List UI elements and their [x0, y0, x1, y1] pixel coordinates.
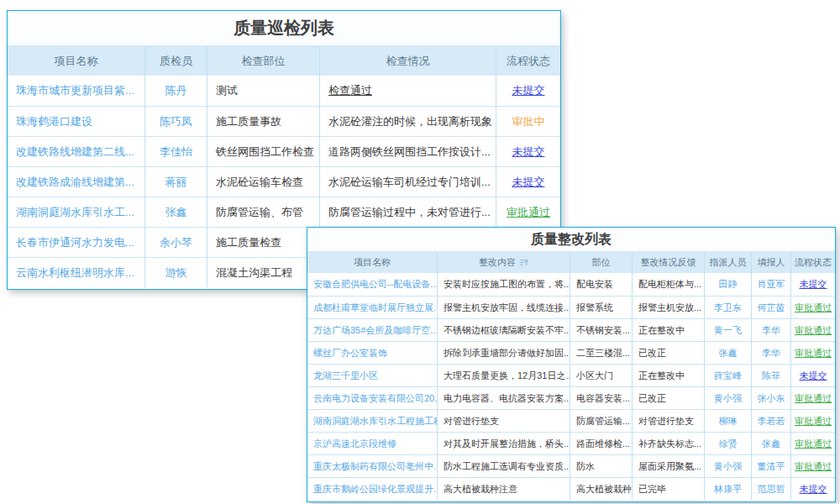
status-badge[interactable]: 审批通过: [507, 205, 550, 220]
cell-inspector[interactable]: 蒋丽: [145, 167, 207, 197]
cell-assignee[interactable]: 黄一飞: [705, 319, 752, 341]
cell-project[interactable]: 长春市伊通河水力发电...: [8, 228, 145, 257]
cell-assignee[interactable]: 黄小强: [705, 455, 752, 477]
status-badge[interactable]: 未提交: [800, 483, 827, 496]
cell-status[interactable]: 审批通过: [496, 197, 560, 227]
cell-assignee[interactable]: 林康平: [705, 478, 752, 500]
reporter-link[interactable]: 张鑫: [762, 438, 780, 450]
cell-assignee[interactable]: 田静: [705, 273, 752, 296]
cell-reporter[interactable]: 张小东: [752, 387, 791, 409]
project-link[interactable]: 云南电力设备安装有限公司20...: [313, 392, 438, 405]
cell-project[interactable]: 螺丝厂办公室装饰: [307, 342, 438, 364]
cell-reporter[interactable]: 陈菲: [752, 365, 791, 386]
cell-project[interactable]: 改建铁路成渝线增建第...: [8, 167, 145, 197]
status-badge[interactable]: 未提交: [800, 278, 827, 291]
project-link[interactable]: 改建铁路成渝线增建第...: [16, 175, 134, 190]
cell-project[interactable]: 重庆太极制药有限公司亳州中...: [307, 455, 438, 477]
cell-project[interactable]: 成都杜甫草堂临时展厅独立展...: [307, 297, 438, 318]
status-badge[interactable]: 审批通过: [795, 302, 832, 314]
assignee-link[interactable]: 黄小强: [714, 392, 742, 405]
status-badge[interactable]: 审批通过: [795, 392, 832, 405]
reporter-link[interactable]: 李若若: [758, 415, 785, 428]
project-link[interactable]: 万达广场35#会所及咖啡厅空...: [313, 324, 438, 337]
cell-inspector[interactable]: 陈丹: [145, 76, 207, 106]
reporter-link[interactable]: 范思哲: [758, 483, 785, 496]
cell-reporter[interactable]: 董清平: [752, 455, 791, 477]
inspector-link[interactable]: 陈丹: [165, 83, 187, 98]
cell-reporter[interactable]: 范思哲: [752, 478, 791, 500]
cell-status[interactable]: 未提交: [791, 365, 835, 386]
reporter-link[interactable]: 陈菲: [762, 370, 780, 382]
assignee-link[interactable]: 林康平: [714, 483, 742, 496]
assignee-link[interactable]: 薛宝峰: [714, 370, 742, 382]
assignee-link[interactable]: 柳琳: [719, 415, 738, 428]
project-link[interactable]: 成都杜甫草堂临时展厅独立展...: [313, 302, 438, 314]
cell-reporter[interactable]: 李若若: [752, 410, 791, 432]
cell-reporter[interactable]: 何芷茵: [752, 297, 791, 318]
project-link[interactable]: 重庆市鹅岭公园绿化景观提升...: [313, 483, 438, 496]
reporter-link[interactable]: 何芷茵: [758, 302, 785, 314]
reporter-link[interactable]: 李华: [762, 347, 780, 360]
cell-status[interactable]: 审批通过: [791, 455, 835, 477]
cell-inspector[interactable]: 陈巧凤: [145, 107, 207, 136]
assignee-link[interactable]: 徐贤: [719, 438, 738, 450]
inspector-link[interactable]: 李佳怡: [160, 144, 192, 160]
status-badge[interactable]: 审批通过: [795, 438, 832, 450]
cell-project[interactable]: 安徽合肥供电公司--配电设备...: [307, 273, 438, 296]
cell-assignee[interactable]: 徐贤: [705, 433, 752, 454]
cell-assignee[interactable]: 柳琳: [705, 410, 752, 432]
project-link[interactable]: 改建铁路线增建第二线...: [16, 144, 134, 160]
status-badge[interactable]: 未提交: [800, 370, 827, 382]
cell-inspector[interactable]: 张鑫: [145, 197, 207, 227]
inspector-link[interactable]: 张鑫: [165, 205, 187, 220]
cell-reporter[interactable]: 张鑫: [752, 433, 791, 454]
cell-reporter[interactable]: 李华: [752, 319, 791, 341]
project-link[interactable]: 珠海鹤港口建设: [16, 114, 92, 129]
status-badge[interactable]: 审批中: [512, 114, 545, 129]
cell-assignee[interactable]: 薛宝峰: [705, 365, 752, 386]
cell-project[interactable]: 万达广场35#会所及咖啡厅空...: [307, 319, 438, 341]
cell-status[interactable]: 未提交: [496, 167, 560, 197]
project-link[interactable]: 湖南洞庭湖水库引水工...: [16, 205, 134, 220]
sort-ascending-icon[interactable]: [519, 258, 528, 267]
reporter-link[interactable]: 李华: [762, 324, 780, 337]
cell-project[interactable]: 重庆市鹅岭公园绿化景观提升...: [307, 478, 438, 500]
status-badge[interactable]: 审批通过: [795, 324, 832, 337]
cell-status[interactable]: 未提交: [496, 76, 560, 106]
column-header-content[interactable]: 整改内容: [438, 252, 570, 273]
reporter-link[interactable]: 张小东: [758, 392, 785, 405]
assignee-link[interactable]: 黄小强: [714, 460, 742, 473]
cell-status[interactable]: 审批通过: [791, 433, 835, 454]
cell-project[interactable]: 珠海市城市更新项目紫...: [8, 76, 145, 106]
project-link[interactable]: 长春市伊通河水力发电...: [16, 235, 134, 250]
status-badge[interactable]: 未提交: [512, 144, 545, 160]
cell-project[interactable]: 云南水利枢纽潜明水库...: [8, 258, 145, 287]
cell-reporter[interactable]: 李华: [752, 342, 791, 364]
cell-project[interactable]: 改建铁路线增建第二线...: [8, 137, 145, 166]
status-badge[interactable]: 未提交: [512, 83, 545, 98]
cell-project[interactable]: 湖南洞庭湖水库引水工程施工标: [307, 410, 438, 432]
cell-project[interactable]: 珠海鹤港口建设: [8, 107, 145, 136]
status-badge[interactable]: 未提交: [512, 175, 545, 190]
cell-inspector[interactable]: 余小琴: [145, 228, 207, 257]
cell-status[interactable]: 审批通过: [791, 342, 835, 364]
cell-reporter[interactable]: 肖亚军: [752, 273, 791, 296]
status-badge[interactable]: 审批通过: [795, 347, 832, 360]
cell-inspector[interactable]: 李佳怡: [145, 137, 207, 166]
project-link[interactable]: 龙湖三千里小区: [313, 370, 378, 382]
project-link[interactable]: 湖南洞庭湖水库引水工程施工标: [313, 415, 438, 428]
cell-project[interactable]: 龙湖三千里小区: [307, 365, 438, 386]
inspector-link[interactable]: 蒋丽: [165, 175, 187, 190]
cell-assignee[interactable]: 张鑫: [705, 342, 752, 364]
project-link[interactable]: 珠海市城市更新项目紫...: [16, 83, 134, 98]
cell-status[interactable]: 未提交: [791, 273, 835, 296]
reporter-link[interactable]: 董清平: [758, 460, 785, 473]
cell-status[interactable]: 未提交: [496, 137, 560, 166]
inspector-link[interactable]: 陈巧凤: [160, 114, 192, 129]
reporter-link[interactable]: 肖亚军: [758, 278, 785, 291]
assignee-link[interactable]: 李卫东: [714, 302, 742, 314]
project-link[interactable]: 云南水利枢纽潜明水库...: [16, 265, 134, 281]
cell-project[interactable]: 京沪高速北京段维修: [307, 433, 438, 454]
status-badge[interactable]: 审批通过: [795, 415, 832, 428]
inspector-link[interactable]: 游恢: [165, 265, 187, 281]
